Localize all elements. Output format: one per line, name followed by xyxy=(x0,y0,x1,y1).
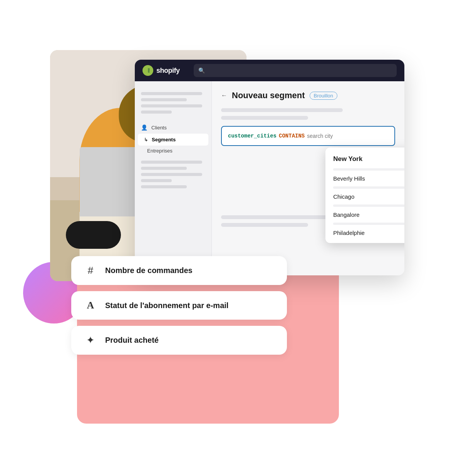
query-editor: customer_cities CONTAINS New York Beverl… xyxy=(221,126,395,146)
sidebar-placeholder-1 xyxy=(141,92,202,95)
main-placeholder-2 xyxy=(221,116,308,120)
sidebar-item-clients[interactable]: 👤 Clients xyxy=(135,121,211,134)
city-name-0: New York xyxy=(333,155,362,163)
city-item-philadelphie[interactable]: Philadelphie xyxy=(325,226,404,240)
shopify-logo-icon xyxy=(142,65,153,76)
sidebar-placeholder-8 xyxy=(141,179,172,182)
query-box[interactable]: customer_cities CONTAINS xyxy=(221,126,395,146)
global-search[interactable]: 🔍 xyxy=(194,64,397,77)
city-item-new-york[interactable]: New York xyxy=(325,151,404,168)
person-icon: 👤 xyxy=(141,124,147,131)
shopify-navbar: shopify 🔍 xyxy=(135,60,404,81)
sidebar-placeholder-9 xyxy=(141,185,187,188)
sidebar-placeholder-6 xyxy=(141,167,187,170)
search-icon: 🔍 xyxy=(198,67,205,74)
city-name-1: Beverly Hills xyxy=(333,175,365,182)
sidebar-placeholder-5 xyxy=(141,161,202,164)
page-title: Nouveau segment xyxy=(232,91,305,101)
main-placeholder-4 xyxy=(221,223,308,227)
city-item-beverly-hills[interactable]: Beverly Hills xyxy=(325,171,404,186)
city-separator-1 xyxy=(333,168,404,171)
sidebar-placeholder-7 xyxy=(141,173,202,176)
query-keyword: customer_cities xyxy=(228,133,277,139)
city-separator-2 xyxy=(333,186,404,189)
status-badge: Brouillon xyxy=(310,92,338,100)
shopify-logo: shopify xyxy=(142,65,180,76)
sidebar-placeholder-2 xyxy=(141,98,187,101)
indent-icon: ↳ xyxy=(144,137,148,142)
city-name-3: Bangalore xyxy=(333,211,359,218)
feature-card-commandes[interactable]: # Nombre de commandes xyxy=(71,256,287,285)
sidebar-placeholder-3 xyxy=(141,104,202,107)
query-city-input[interactable] xyxy=(307,133,388,139)
hash-icon: # xyxy=(84,265,97,277)
city-separator-4 xyxy=(333,223,404,225)
back-arrow-icon[interactable]: ← xyxy=(221,92,227,99)
sidebar-customers-section: 👤 Clients ↳ Segments Entreprises xyxy=(135,121,211,156)
feature-cards-container: # Nombre de commandes A Statut de l'abon… xyxy=(71,256,287,355)
shopify-admin-window: shopify 🔍 👤 Clients ↳ Segments xyxy=(135,60,404,275)
feature-card-produit[interactable]: ✦ Produit acheté xyxy=(71,326,287,355)
sidebar-segments-label: Segments xyxy=(152,137,176,142)
sidebar-placeholder-4 xyxy=(141,111,172,114)
sidebar-item-entreprises[interactable]: Entreprises xyxy=(135,146,211,156)
sparkle-icon: ✦ xyxy=(84,334,97,346)
search-input[interactable] xyxy=(208,67,392,74)
sidebar-item-segments[interactable]: ↳ Segments xyxy=(138,134,208,146)
page-header: ← Nouveau segment Brouillon xyxy=(221,91,395,101)
shopify-logo-text: shopify xyxy=(156,67,180,75)
card-label-produit: Produit acheté xyxy=(105,336,159,345)
letter-a-icon: A xyxy=(84,300,97,311)
shopify-body: 👤 Clients ↳ Segments Entreprises xyxy=(135,81,404,275)
city-separator-3 xyxy=(333,204,404,207)
city-item-bangalore[interactable]: Bangalore xyxy=(325,208,404,222)
city-name-2: Chicago xyxy=(333,193,354,200)
shopify-main-content: ← Nouveau segment Brouillon customer_cit… xyxy=(212,81,404,275)
main-placeholder-1 xyxy=(221,108,343,112)
city-item-chicago[interactable]: Chicago xyxy=(325,189,404,204)
headphones xyxy=(66,221,121,249)
query-operator: CONTAINS xyxy=(279,133,305,139)
feature-card-abonnement[interactable]: A Statut de l'abonnement par e-mail xyxy=(71,291,287,320)
card-label-commandes: Nombre de commandes xyxy=(105,266,193,275)
city-dropdown: New York Beverly Hills Chicago Bangalore xyxy=(325,147,404,243)
shopify-sidebar: 👤 Clients ↳ Segments Entreprises xyxy=(135,81,212,275)
sidebar-entreprises-label: Entreprises xyxy=(147,148,173,154)
sidebar-clients-label: Clients xyxy=(151,125,167,131)
city-name-4: Philadelphie xyxy=(333,230,365,236)
main-placeholder-3 xyxy=(221,215,343,219)
card-label-abonnement: Statut de l'abonnement par e-mail xyxy=(105,301,228,310)
